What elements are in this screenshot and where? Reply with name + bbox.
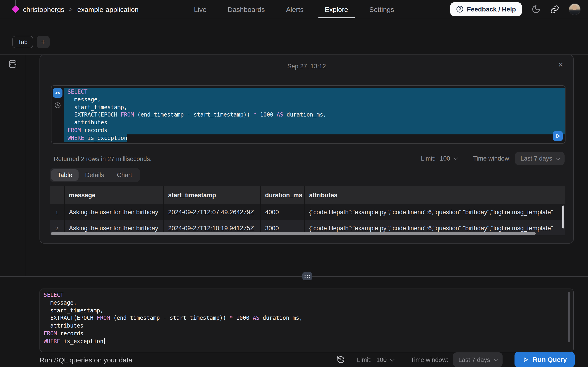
code-icon-button[interactable]: <> <box>53 88 62 98</box>
breadcrumb-separator: > <box>69 6 73 13</box>
header-right: Feedback / Help <box>450 0 581 18</box>
cell-message: Asking the user for their birthday <box>65 204 164 220</box>
column-header-duration_ms: duration_ms <box>261 186 305 204</box>
time-window-label: Time window: <box>473 155 511 162</box>
grip-dots-icon <box>304 275 305 276</box>
column-header-rownum <box>50 186 65 204</box>
breadcrumb: christophergs > example-application <box>23 0 138 18</box>
editor-scrollbar[interactable] <box>568 292 570 342</box>
time-window-select[interactable]: Last 7 days <box>515 152 565 165</box>
sql-line: message, <box>64 96 565 104</box>
column-header-attributes: attributes <box>305 186 565 204</box>
run-query-button[interactable]: Run Query <box>515 352 575 367</box>
help-circle-icon <box>456 6 464 13</box>
sql-line: EXTRACT(EPOCH FROM (end_timestamp - star… <box>64 111 565 119</box>
limit-label: Limit: <box>357 356 372 363</box>
table-header-row: messagestart_timestampduration_msattribu… <box>50 186 565 204</box>
sql-line: SELECT <box>44 291 570 299</box>
sql-line: FROM records <box>44 330 570 338</box>
breadcrumb-org[interactable]: christophergs <box>23 5 64 13</box>
cell-start_timestamp: 2024-09-27T12:07:49.264279Z <box>164 204 261 220</box>
chevron-down-icon <box>453 156 458 160</box>
sql-line: EXTRACT(EPOCH FROM (end_timestamp - star… <box>44 315 570 322</box>
sql-line: attributes <box>64 119 565 127</box>
query-code-block: <> SELECT message, start_timestamp, EXTR… <box>51 85 565 144</box>
nav-tab-dashboards[interactable]: Dashboards <box>228 0 265 18</box>
query-tab-bar: Tab + <box>12 36 50 48</box>
query-timestamp: Sep 27, 13:12 <box>40 63 573 70</box>
sql-selection-fragment: WHERE is_exception <box>64 134 127 142</box>
results-table: messagestart_timestampduration_msattribu… <box>50 186 565 235</box>
result-controls: Limit: 100 Time window: Last 7 days <box>421 152 565 165</box>
chevron-down-icon <box>390 357 395 361</box>
query-history-card: Sep 27, 13:12 × <> SELECT message, start… <box>40 55 574 244</box>
sql-editor[interactable]: SELECT message, start_timestamp, EXTRACT… <box>40 289 574 352</box>
sql-line: SELECT <box>64 88 565 96</box>
close-icon[interactable]: × <box>558 60 563 70</box>
pane-splitter-handle[interactable] <box>302 272 312 280</box>
sql-line: WHERE is_exception <box>44 338 570 345</box>
nav-tab-explore[interactable]: Explore <box>325 0 348 18</box>
table-vertical-scrollbar[interactable] <box>562 206 564 228</box>
limit-label: Limit: <box>421 155 436 162</box>
editor-hint: Run SQL queries on your data <box>40 356 132 364</box>
chevron-down-icon <box>494 357 498 361</box>
nav-tab-alerts[interactable]: Alerts <box>286 0 304 18</box>
sql-line: attributes <box>44 322 570 330</box>
moon-icon[interactable] <box>531 5 541 14</box>
table-horizontal-scrollbar[interactable] <box>51 232 536 235</box>
database-icon[interactable] <box>8 60 17 68</box>
add-tab-button[interactable]: + <box>37 36 50 48</box>
logfire-logo-icon[interactable] <box>12 5 19 13</box>
limit-select[interactable]: 100 <box>440 155 457 162</box>
query-tab[interactable]: Tab <box>12 36 33 48</box>
cell-duration_ms: 4000 <box>261 204 305 220</box>
top-header: christophergs > example-application Live… <box>0 0 588 18</box>
cell-rownum: 1 <box>50 204 65 220</box>
primary-nav: LiveDashboardsAlertsExploreSettings <box>194 0 394 18</box>
editor-footer: Run SQL queries on your data Limit: 100 … <box>40 352 575 367</box>
feedback-help-button[interactable]: Feedback / Help <box>450 2 522 16</box>
query-status: Returned 2 rows in 27 milliseconds. <box>54 156 152 162</box>
chevron-down-icon <box>556 156 561 160</box>
table-row[interactable]: 1Asking the user for their birthday2024-… <box>50 204 565 220</box>
code-gutter: <> <box>52 86 64 143</box>
link-icon[interactable] <box>550 5 559 14</box>
table-body: 1Asking the user for their birthday2024-… <box>50 204 565 235</box>
history-icon[interactable] <box>54 102 61 109</box>
sql-line: message, <box>44 299 570 307</box>
play-icon <box>522 357 529 363</box>
result-view-tabs: TableDetailsChart <box>50 168 140 182</box>
footer-controls: Limit: 100 Time window: Last 7 days Run … <box>337 352 575 367</box>
breadcrumb-project[interactable]: example-application <box>77 5 138 13</box>
sql-line: FROM records <box>64 127 565 134</box>
cell-attributes: {"code.filepath":"example.py","code.line… <box>305 204 565 220</box>
column-header-message: message <box>65 186 164 204</box>
sql-line: WHERE is_exception <box>64 134 565 142</box>
view-tab-table[interactable]: Table <box>51 169 79 181</box>
explore-page: christophergs > example-application Live… <box>0 0 588 367</box>
sidebar-divider <box>26 54 26 276</box>
limit-select[interactable]: 100 <box>376 356 393 363</box>
view-tab-chart[interactable]: Chart <box>111 169 138 181</box>
view-tab-details[interactable]: Details <box>79 169 111 181</box>
feedback-help-label: Feedback / Help <box>467 6 516 13</box>
run-selection-button[interactable] <box>553 131 563 141</box>
play-icon <box>555 133 561 139</box>
nav-tab-live[interactable]: Live <box>194 0 207 18</box>
time-window-select[interactable]: Last 7 days <box>453 352 502 367</box>
column-header-start_timestamp: start_timestamp <box>164 186 261 204</box>
user-avatar[interactable] <box>569 3 581 15</box>
text-cursor <box>104 338 104 344</box>
sql-line: start_timestamp, <box>64 103 565 111</box>
sql-line: start_timestamp, <box>44 307 570 315</box>
time-window-label: Time window: <box>411 356 448 363</box>
history-icon[interactable] <box>337 356 345 364</box>
pane-splitter-line <box>0 276 588 277</box>
nav-tab-settings[interactable]: Settings <box>369 0 394 18</box>
sql-selected-text[interactable]: SELECT message, start_timestamp, EXTRACT… <box>64 86 565 143</box>
